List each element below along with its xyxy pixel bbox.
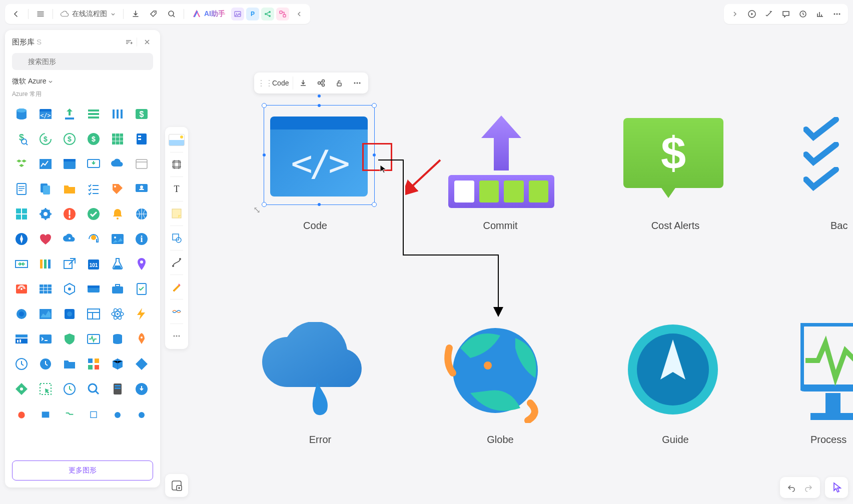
resize-handle-n[interactable] [318,104,321,107]
canvas-shape-commit[interactable] [448,175,554,208]
redo-button[interactable] [800,479,817,496]
resize-handle-sw[interactable] [262,202,267,207]
svg-point-140 [354,82,356,84]
canvas[interactable]: ⋮⋮ Code </> ⤡ Code Comm [0,0,853,504]
cost-bubble-tail [659,185,677,198]
label-globe: Globe [470,434,530,446]
annotation-red-box [362,143,392,171]
resize-handle-s[interactable] [318,203,321,206]
svg-rect-150 [810,413,853,420]
label-backlog: Bac [830,220,853,232]
svg-line-143 [410,160,440,188]
cursor-icon [379,164,387,174]
canvas-shape-backlog[interactable] [803,117,839,192]
pointer-tool-button[interactable] [828,479,845,496]
canvas-shape-guide[interactable] [625,322,720,417]
export-shape-button[interactable] [295,75,311,91]
resize-handle-se[interactable] [372,202,377,207]
canvas-shape-globe[interactable] [440,318,550,423]
svg-point-138 [322,84,325,86]
commit-arrow-icon [476,110,526,170]
canvas-shape-error[interactable] [257,322,367,417]
label-cost-alerts: Cost Alerts [640,220,710,232]
svg-point-137 [322,80,325,82]
undo-button[interactable] [783,479,800,496]
label-error: Error [295,434,345,446]
resize-icon: ⤡ [253,204,261,216]
link-shape-button[interactable] [313,75,329,91]
label-process: Process [810,434,853,446]
annotation-red-arrow [405,155,445,195]
more-shape-button[interactable] [349,75,365,91]
resize-handle-w[interactable] [263,154,266,156]
dollar-sign-icon: $ [661,128,686,179]
resize-handle-nw[interactable] [262,103,267,108]
shape-name-label: Code [268,76,293,90]
label-guide: Guide [645,434,705,446]
label-commit: Commit [470,220,530,232]
label-code: Code [290,220,340,232]
resize-handle-ne[interactable] [372,103,377,108]
svg-point-136 [318,82,321,84]
rotation-handle[interactable] [318,94,321,98]
svg-point-142 [359,82,361,84]
svg-point-145 [484,362,492,370]
context-toolbar: ⋮⋮ Code [254,72,368,94]
svg-point-141 [357,82,358,84]
canvas-shape-process[interactable] [800,323,853,421]
svg-rect-139 [337,83,341,86]
canvas-shape-cost-alerts[interactable]: $ [623,118,723,188]
drag-handle-icon[interactable]: ⋮⋮ [257,78,266,88]
svg-rect-149 [825,393,840,413]
selection-box: ⤡ [264,105,375,205]
bottom-right-controls [780,477,848,498]
lock-shape-button[interactable] [331,75,347,91]
